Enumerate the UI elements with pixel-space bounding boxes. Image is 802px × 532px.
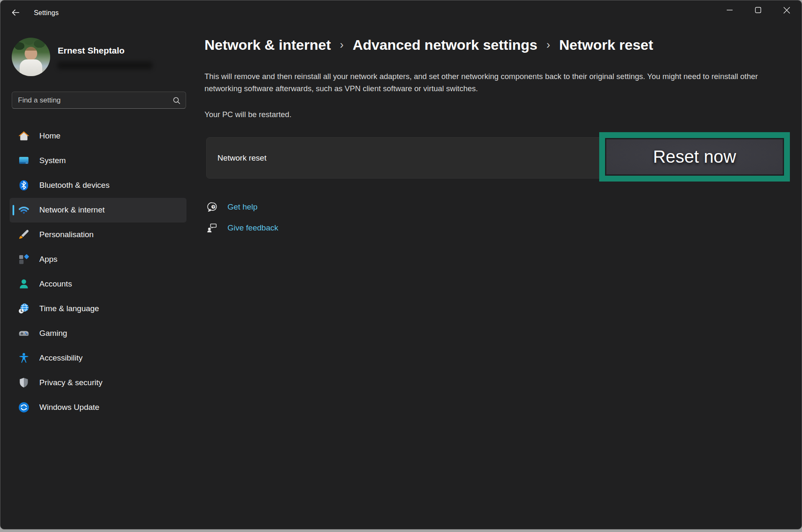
breadcrumb-advanced-network-settings[interactable]: Advanced network settings: [352, 37, 537, 53]
search-input[interactable]: [12, 92, 186, 108]
avatar: [12, 38, 50, 76]
sidebar-item-network-internet[interactable]: Network & internet: [10, 198, 186, 223]
get-help-label: Get help: [227, 202, 258, 212]
accessibility-icon: [18, 352, 30, 364]
sidebar-item-system[interactable]: System: [10, 148, 186, 173]
selected-indicator: [13, 205, 14, 215]
bluetooth-icon: [18, 179, 30, 191]
sidebar-item-privacy-security[interactable]: Privacy & security: [10, 371, 186, 395]
svg-text:?: ?: [212, 205, 215, 209]
sidebar-item-bluetooth-devices[interactable]: Bluetooth & devices: [10, 173, 186, 198]
restart-note: Your PC will be restarted.: [204, 110, 291, 119]
reset-row-label: Network reset: [217, 153, 266, 163]
minimize-button[interactable]: [715, 0, 744, 20]
sidebar-item-apps[interactable]: Apps: [10, 247, 186, 272]
get-help-link[interactable]: ? Get help: [207, 200, 258, 214]
sidebar-item-windows-update[interactable]: Windows Update: [10, 395, 186, 420]
breadcrumb-network-reset: Network reset: [559, 37, 653, 53]
shield-icon: [18, 377, 30, 389]
sidebar-nav: Home System: [10, 124, 186, 420]
search-icon: [173, 97, 181, 105]
home-icon: [18, 130, 30, 142]
breadcrumb: Network & internet › Advanced network se…: [204, 37, 653, 53]
give-feedback-link[interactable]: Give feedback: [207, 221, 278, 235]
gamepad-icon: [18, 327, 30, 339]
sidebar-item-time-language[interactable]: Time & language: [10, 297, 186, 321]
redacted-email: [57, 61, 153, 69]
sidebar-item-personalisation[interactable]: Personalisation: [10, 223, 186, 247]
system-icon: [18, 155, 30, 166]
search-box: [12, 92, 186, 109]
user-name: Ernest Sheptalo: [58, 46, 125, 56]
sidebar-item-home[interactable]: Home: [10, 124, 186, 148]
update-icon: [18, 402, 30, 413]
sidebar-item-accessibility[interactable]: Accessibility: [10, 346, 186, 371]
apps-icon: [18, 253, 30, 265]
chevron-separator: ›: [340, 38, 344, 51]
maximize-button[interactable]: [744, 0, 772, 20]
highlight-box: Reset now: [599, 132, 790, 182]
settings-window: Settings Ernest Sheptalo: [0, 0, 802, 529]
chevron-separator: ›: [547, 38, 550, 51]
sidebar-item-accounts[interactable]: Accounts: [10, 272, 186, 297]
page-description: This will remove and then reinstall all …: [204, 70, 787, 95]
window-controls: [715, 0, 801, 20]
reset-now-button[interactable]: Reset now: [605, 138, 784, 176]
close-button[interactable]: [772, 0, 801, 20]
breadcrumb-network-internet[interactable]: Network & internet: [204, 37, 331, 53]
wifi-icon: [18, 204, 30, 216]
help-chat-icon: ?: [207, 201, 218, 213]
paintbrush-icon: [18, 229, 30, 240]
person-icon: [18, 278, 30, 290]
give-feedback-label: Give feedback: [227, 223, 278, 233]
feedback-person-icon: [207, 222, 218, 234]
sidebar-item-gaming[interactable]: Gaming: [10, 321, 186, 346]
profile[interactable]: Ernest Sheptalo: [0, 0, 193, 80]
globe-clock-icon: [18, 303, 30, 315]
